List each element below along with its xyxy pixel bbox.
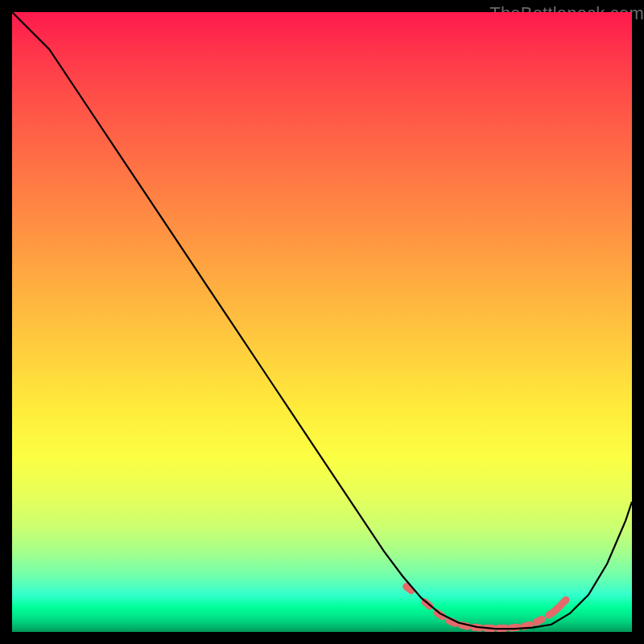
curve-layer: [12, 12, 632, 632]
bottleneck-chart: TheBottleneck.com: [0, 0, 644, 644]
bottleneck-curve-path: [12, 12, 632, 629]
plot-area: [12, 12, 632, 632]
optimal-zone-markers: [401, 581, 571, 632]
marker-pill: [519, 621, 535, 631]
